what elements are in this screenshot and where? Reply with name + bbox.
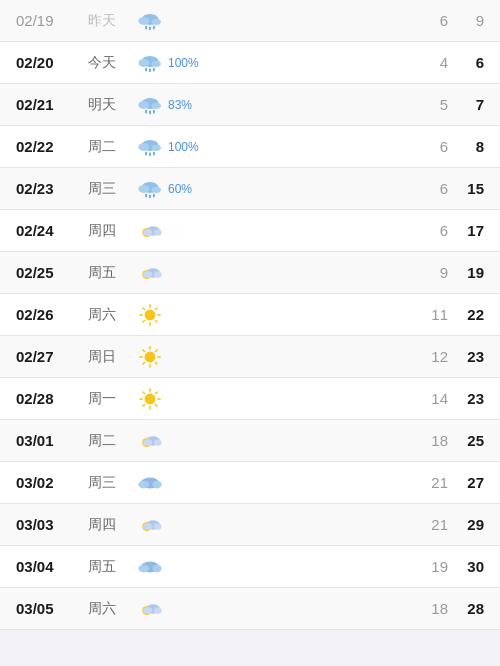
svg-point-26 bbox=[152, 186, 161, 192]
table-row[interactable]: 02/27周日 1223 bbox=[0, 336, 500, 378]
high-temp: 8 bbox=[448, 138, 484, 155]
svg-point-37 bbox=[154, 271, 162, 277]
svg-rect-23 bbox=[153, 151, 155, 155]
table-row[interactable]: 03/02周三 2127 bbox=[0, 462, 500, 504]
svg-line-46 bbox=[143, 320, 145, 322]
high-temp: 19 bbox=[448, 264, 484, 281]
date-cell: 02/27 bbox=[16, 348, 88, 365]
svg-point-78 bbox=[152, 564, 161, 572]
high-temp: 29 bbox=[448, 516, 484, 533]
day-cell: 明天 bbox=[88, 96, 136, 114]
weather-cell bbox=[136, 304, 408, 326]
low-temp: 14 bbox=[408, 390, 448, 407]
table-row[interactable]: 03/01周二 1825 bbox=[0, 420, 500, 462]
table-row[interactable]: 03/05周六 1828 bbox=[0, 588, 500, 630]
day-cell: 周四 bbox=[88, 516, 136, 534]
weather-cell bbox=[136, 472, 408, 494]
date-cell: 02/22 bbox=[16, 138, 88, 155]
high-temp: 22 bbox=[448, 306, 484, 323]
svg-point-33 bbox=[154, 229, 162, 235]
date-cell: 02/21 bbox=[16, 96, 88, 113]
weather-cell bbox=[136, 388, 408, 410]
table-row[interactable]: 02/25周五 919 bbox=[0, 252, 500, 294]
table-row[interactable]: 03/04周五 1930 bbox=[0, 546, 500, 588]
svg-line-45 bbox=[155, 308, 157, 310]
weather-cell: 100% bbox=[136, 52, 408, 74]
low-temp: 9 bbox=[408, 264, 448, 281]
day-cell: 周三 bbox=[88, 180, 136, 198]
svg-line-54 bbox=[155, 350, 157, 352]
svg-rect-4 bbox=[149, 26, 151, 30]
weather-cell bbox=[136, 598, 408, 620]
svg-line-64 bbox=[143, 404, 145, 406]
svg-rect-27 bbox=[145, 193, 147, 197]
table-row[interactable]: 02/26周六 1122 bbox=[0, 294, 500, 336]
svg-rect-10 bbox=[149, 68, 151, 72]
high-temp: 25 bbox=[448, 432, 484, 449]
day-cell: 昨天 bbox=[88, 12, 136, 30]
svg-point-20 bbox=[152, 144, 161, 150]
day-cell: 周五 bbox=[88, 264, 136, 282]
date-cell: 02/20 bbox=[16, 54, 88, 71]
svg-rect-5 bbox=[153, 25, 155, 29]
table-row[interactable]: 02/24周四 617 bbox=[0, 210, 500, 252]
svg-line-44 bbox=[155, 320, 157, 322]
low-temp: 6 bbox=[408, 138, 448, 155]
svg-point-82 bbox=[154, 607, 162, 613]
table-row[interactable]: 02/22周二 100%68 bbox=[0, 126, 500, 168]
weather-cell bbox=[136, 556, 408, 578]
date-cell: 03/01 bbox=[16, 432, 88, 449]
svg-point-2 bbox=[152, 18, 161, 24]
table-row[interactable]: 02/21明天 83%57 bbox=[0, 84, 500, 126]
high-temp: 7 bbox=[448, 96, 484, 113]
svg-point-8 bbox=[152, 60, 161, 66]
low-temp: 6 bbox=[408, 222, 448, 239]
high-temp: 27 bbox=[448, 474, 484, 491]
high-temp: 17 bbox=[448, 222, 484, 239]
svg-point-19 bbox=[138, 143, 149, 151]
svg-line-43 bbox=[143, 308, 145, 310]
weather-cell bbox=[136, 514, 408, 536]
table-row[interactable]: 03/03周四 2129 bbox=[0, 504, 500, 546]
high-temp: 28 bbox=[448, 600, 484, 617]
day-cell: 今天 bbox=[88, 54, 136, 72]
svg-rect-11 bbox=[153, 67, 155, 71]
svg-point-47 bbox=[145, 351, 156, 362]
date-cell: 02/25 bbox=[16, 264, 88, 281]
svg-point-75 bbox=[154, 523, 162, 529]
table-row[interactable]: 02/23周三 60%615 bbox=[0, 168, 500, 210]
svg-point-67 bbox=[143, 439, 152, 446]
date-cell: 02/28 bbox=[16, 390, 88, 407]
day-cell: 周三 bbox=[88, 474, 136, 492]
precipitation-pct: 100% bbox=[168, 140, 199, 154]
low-temp: 6 bbox=[408, 12, 448, 29]
svg-rect-9 bbox=[145, 67, 147, 71]
high-temp: 6 bbox=[448, 54, 484, 71]
svg-point-7 bbox=[138, 59, 149, 67]
low-temp: 21 bbox=[408, 474, 448, 491]
high-temp: 9 bbox=[448, 12, 484, 29]
svg-rect-21 bbox=[145, 151, 147, 155]
date-cell: 03/02 bbox=[16, 474, 88, 491]
day-cell: 周一 bbox=[88, 390, 136, 408]
high-temp: 30 bbox=[448, 558, 484, 575]
svg-point-32 bbox=[143, 229, 152, 236]
low-temp: 19 bbox=[408, 558, 448, 575]
svg-point-68 bbox=[154, 439, 162, 445]
day-cell: 周六 bbox=[88, 306, 136, 324]
table-row[interactable]: 02/19昨天 69 bbox=[0, 0, 500, 42]
table-row[interactable]: 02/20今天 100%46 bbox=[0, 42, 500, 84]
table-row[interactable]: 02/28周一 1423 bbox=[0, 378, 500, 420]
date-cell: 03/05 bbox=[16, 600, 88, 617]
svg-line-61 bbox=[143, 392, 145, 394]
precipitation-pct: 83% bbox=[168, 98, 192, 112]
weather-cell bbox=[136, 430, 408, 452]
svg-point-74 bbox=[143, 523, 152, 530]
low-temp: 21 bbox=[408, 516, 448, 533]
day-cell: 周四 bbox=[88, 222, 136, 240]
svg-rect-3 bbox=[145, 25, 147, 29]
svg-point-77 bbox=[138, 564, 149, 572]
svg-line-55 bbox=[143, 362, 145, 364]
svg-rect-29 bbox=[153, 193, 155, 197]
weather-cell bbox=[136, 10, 408, 32]
